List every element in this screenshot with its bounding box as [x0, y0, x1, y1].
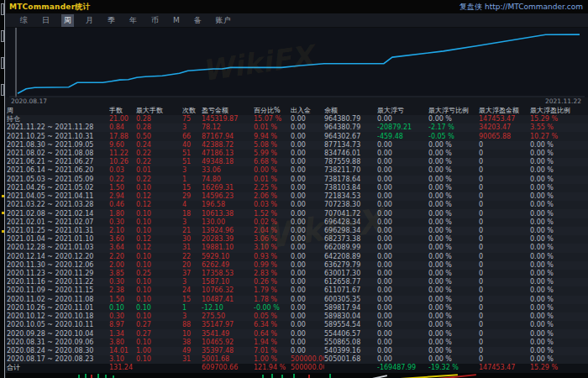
cell-手数: 2.20: [109, 253, 136, 261]
cell-最大浮亏比例: 0.00 %: [428, 253, 479, 261]
row-period-label: 2020.08.31 ~ 2020.09.06: [7, 339, 109, 347]
cell-余额: 630017.30: [324, 270, 377, 278]
cell-最大浮盈金额: 0: [479, 158, 530, 166]
cell-最大浮盈比例: 0.00 %: [530, 158, 588, 166]
menu-item-4[interactable]: 月: [83, 14, 96, 27]
cell-盈亏金额: 145319.87: [202, 115, 254, 123]
menu-item-3[interactable]: 周: [61, 14, 74, 27]
table-row[interactable]: 2020.11.23 ~ 2020.11.293.850.253717358.5…: [7, 270, 588, 278]
cell-出入金: 0.00: [291, 176, 324, 184]
table-row[interactable]: 2021.04.26 ~ 2021.05.021.500.101516269.3…: [7, 184, 588, 192]
cell-最大浮盈比例: 0.00 %: [530, 261, 588, 270]
row-period-label: 2021.04.05 ~ 2021.04.11: [7, 192, 109, 201]
cell-最大浮亏: 0.00: [377, 355, 428, 364]
table-row[interactable]: 2020.12.14 ~ 2020.12.202.200.10225929.10…: [7, 253, 588, 261]
table-row[interactable]: 2020.09.28 ~ 2020.10.041.340.27103541.49…: [7, 329, 588, 338]
menu-item-5[interactable]: 季: [105, 14, 118, 27]
cell-最大浮亏: 0.00: [377, 184, 428, 192]
table-row[interactable]: 2020.11.16 ~ 2020.11.220.300.1031587.100…: [7, 278, 588, 286]
cell-盈亏金额: 47186.13: [202, 150, 254, 158]
cell-最大手数: 0.12: [136, 201, 182, 209]
toolbar-button-icon[interactable]: [1, 30, 4, 42]
cell-最大浮盈金额: 0: [479, 304, 530, 312]
toolbar-button-icon[interactable]: [1, 3, 4, 15]
table-row[interactable]: 2021.06.21 ~ 2021.06.2710.260.225149348.…: [7, 158, 588, 166]
cell-最大浮盈金额: 34203.47: [479, 123, 530, 132]
cell-最大浮盈比例: 10.27 %: [530, 133, 588, 141]
table-row[interactable]: 2021.01.25 ~ 2021.01.312.100.102113924.9…: [7, 227, 588, 235]
table-row[interactable]: 持仓21.000.2875145319.8715.07 %0.00964380.…: [7, 115, 588, 123]
table-row[interactable]: 2020.11.30 ~ 2020.12.062.000.10206262.49…: [7, 261, 588, 270]
menu-item-1[interactable]: 综: [18, 14, 30, 27]
cell-次数: 3: [182, 166, 202, 175]
table-row[interactable]: 2020.10.26 ~ 2020.11.010.100.101-12.10-0…: [7, 304, 588, 312]
menu-item-2[interactable]: 日: [39, 14, 52, 27]
cell-盈亏金额: 13924.96: [202, 227, 254, 235]
cell-最大浮盈金额: 0: [479, 184, 530, 192]
cell-盈亏金额: 10766.32: [202, 286, 254, 295]
cell-最大手数: 0.24: [136, 141, 182, 150]
table-row[interactable]: 2021.08.30 ~ 2021.09.059.600.244042388.7…: [7, 141, 588, 150]
cell-余额: 611071.67: [324, 286, 377, 295]
cell-最大浮亏: 0.00: [377, 201, 428, 209]
row-period-label: 2021.03.22 ~ 2021.03.28: [7, 201, 109, 209]
menu-item-10[interactable]: 账户: [213, 14, 234, 27]
table-row[interactable]: 2021.11.22 ~ 2021.11.280.840.28378.120.0…: [7, 123, 588, 132]
cell-最大浮亏比例: 0.00 %: [428, 286, 479, 295]
cell-盈亏金额: 130.00: [202, 218, 254, 227]
cell-出入金: 0.00: [291, 192, 324, 201]
cell-最大手数: 0.10: [136, 312, 182, 321]
bottom-chart-strip: [6, 373, 588, 378]
row-period-label: 2020.11.23 ~ 2020.11.29: [7, 270, 109, 278]
table-row[interactable]: 2020.11.09 ~ 2020.11.152.380.102410766.3…: [7, 286, 588, 295]
cell-最大浮盈比例: 0.00 %: [530, 312, 588, 321]
cell-余额: 707238.30: [324, 201, 377, 209]
cell-盈亏金额: 35397.48: [202, 347, 254, 355]
cell-出入金: 0.00: [291, 296, 324, 304]
table-row[interactable]: 2021.02.08 ~ 2021.02.141.800.101810613.3…: [7, 209, 588, 218]
table-row[interactable]: 2021.10.25 ~ 2021.10.3117.880.506687167.…: [7, 132, 588, 140]
cell-最大浮亏比例: 0.00 %: [428, 141, 479, 150]
cell-最大浮盈比例: 15.29 %: [530, 364, 588, 372]
cell-出入金: 0.00: [291, 201, 324, 209]
menu-item-9[interactable]: 备: [192, 14, 204, 27]
menu-item-8[interactable]: M: [171, 15, 182, 25]
cell-最大手数: 0.12: [136, 192, 182, 201]
table-row[interactable]: 2021.05.03 ~ 2021.05.090.220.22174.800.0…: [7, 176, 588, 184]
column-header-6: 百分比%: [254, 107, 291, 115]
cell-手数: 3.60: [109, 235, 136, 244]
cell-次数: 31: [182, 244, 202, 252]
table-row[interactable]: 2021.08.02 ~ 2021.08.0811.220.225147186.…: [7, 150, 588, 158]
cell-最大浮盈比例: 0.00 %: [530, 253, 588, 261]
table-row[interactable]: 2021.02.01 ~ 2021.02.070.300.103130.000.…: [7, 218, 588, 227]
cell-最大浮盈比例: 0.00 %: [530, 355, 588, 364]
table-row[interactable]: 2020.10.05 ~ 2020.10.118.970.278835147.9…: [7, 321, 588, 329]
table-row[interactable]: 2021.01.04 ~ 2021.01.103.600.123020283.3…: [7, 235, 588, 244]
table-row[interactable]: 2020.10.12 ~ 2020.10.180.300.103275.500.…: [7, 312, 588, 321]
table-row[interactable]: 2020.11.02 ~ 2020.11.081.500.101510487.4…: [7, 296, 588, 304]
brand-link[interactable]: 复盘侠 http://MTCommander.com: [459, 2, 583, 13]
cell-次数: 3: [182, 218, 202, 227]
cell-手数: 2.10: [109, 227, 136, 235]
cell-手数: 0.03: [109, 166, 136, 175]
table-row[interactable]: 2021.04.05 ~ 2021.04.112.940.122914596.2…: [7, 192, 588, 201]
equity-curve-chart: [9, 28, 585, 97]
toolbar-button-icon[interactable]: [1, 84, 4, 96]
cell-最大浮盈金额: 0: [479, 278, 530, 286]
table-row[interactable]: 2020.08.17 ~ 2020.08.233.100.10315001.68…: [7, 355, 588, 364]
table-row[interactable]: 2021.03.22 ~ 2021.03.280.460.124196.580.…: [7, 201, 588, 209]
cell-盈亏金额: 1587.10: [202, 278, 254, 286]
table-row[interactable]: 2020.08.31 ~ 2020.09.063.800.103810465.9…: [7, 339, 588, 347]
menu-item-6[interactable]: 年: [127, 14, 139, 27]
table-row[interactable]: 2021.06.14 ~ 2021.06.200.030.01333.060.0…: [7, 166, 588, 175]
row-period-label: 2020.11.16 ~ 2020.11.22: [7, 278, 109, 286]
cell-余额: 682373.38: [324, 235, 377, 244]
table-row[interactable]: 2020.08.24 ~ 2020.08.3014.011.004935397.…: [7, 347, 588, 355]
cell-最大浮亏比例: 0.00 %: [428, 330, 479, 339]
toolbar-button-icon[interactable]: [1, 57, 4, 69]
menu-item-7[interactable]: 币: [149, 14, 161, 27]
total-row[interactable]: 合计131.24609700.66121.94 %500000.00-16948…: [7, 364, 588, 372]
cell-余额: 505001.68: [324, 355, 377, 364]
table-row[interactable]: 2020.12.28 ~ 2021.01.033.640.123119881.1…: [7, 244, 588, 252]
cell-最大浮亏比例: 0.00 %: [428, 158, 479, 166]
